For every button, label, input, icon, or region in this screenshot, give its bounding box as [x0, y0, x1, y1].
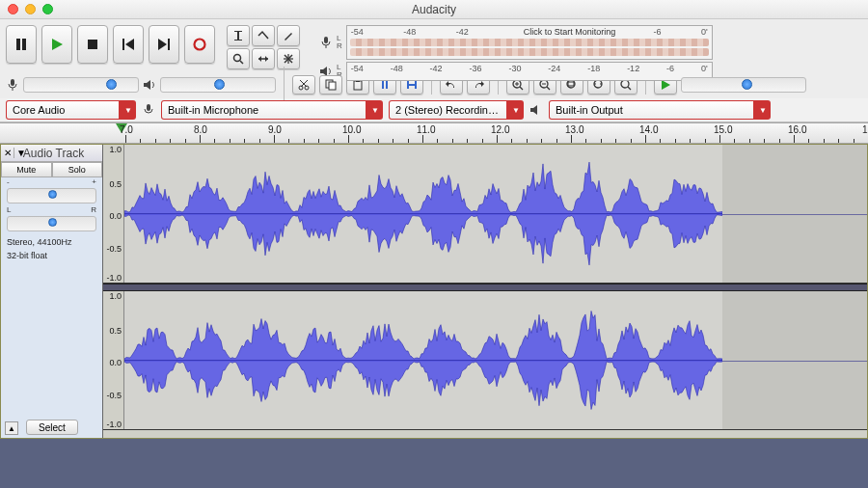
track-info-line2: 32-bit float — [1, 247, 102, 264]
svg-rect-33 — [354, 81, 362, 90]
play-button[interactable] — [41, 25, 72, 64]
ruler-label: 13.0 — [565, 124, 583, 135]
svg-marker-7 — [158, 39, 167, 50]
svg-rect-0 — [16, 39, 20, 50]
svg-rect-9 — [237, 31, 239, 41]
pause-button[interactable] — [6, 25, 37, 64]
record-button[interactable] — [184, 25, 215, 64]
mic-icon — [319, 36, 333, 49]
gain-slider[interactable] — [7, 188, 96, 203]
ruler-label: 16.0 — [788, 124, 806, 135]
svg-marker-54 — [662, 80, 670, 90]
audio-host-combo[interactable]: Core Audio — [6, 100, 136, 120]
svg-marker-5 — [125, 39, 134, 50]
svg-rect-4 — [122, 39, 124, 50]
svg-line-45 — [547, 87, 550, 90]
ruler-label: 9.0 — [268, 124, 282, 135]
svg-rect-11 — [234, 40, 242, 41]
svg-rect-24 — [11, 79, 14, 86]
window-title: Audacity — [0, 3, 868, 16]
audio-host-value: Core Audio — [13, 104, 65, 116]
copy-button[interactable] — [319, 75, 342, 95]
svg-rect-35 — [382, 81, 384, 89]
toolbar-row-1: LR -54-48-42-18-12-60' Click to Start Mo… — [0, 19, 868, 71]
channel-right[interactable]: 1.0 0.5 0.0 -0.5 -1.0 — [103, 291, 867, 430]
empty-region — [722, 145, 867, 283]
cut-button[interactable] — [292, 75, 315, 95]
recording-meter[interactable]: -54-48-42-18-12-60' Click to Start Monit… — [346, 25, 713, 60]
skip-start-button[interactable] — [113, 25, 144, 64]
svg-marker-15 — [258, 56, 261, 62]
svg-rect-36 — [386, 81, 388, 89]
selection-tool[interactable] — [227, 25, 250, 46]
envelope-tool[interactable] — [252, 25, 275, 46]
tools-grid — [227, 25, 300, 69]
svg-line-13 — [240, 61, 243, 64]
recording-channels-combo[interactable]: 2 (Stereo) Recordin… — [389, 100, 524, 120]
select-track-button[interactable]: Select — [26, 420, 78, 435]
speaker-icon — [143, 78, 156, 92]
waveform-left — [124, 145, 722, 283]
channels-value: 2 (Stereo) Recordin… — [395, 104, 499, 116]
timeshift-tool[interactable] — [252, 48, 275, 69]
svg-point-52 — [621, 80, 629, 88]
svg-rect-21 — [324, 37, 328, 43]
gain-min: - — [7, 177, 10, 186]
gain-max: + — [92, 177, 96, 186]
track-header: ✕ Audio Track ▼ — [1, 145, 102, 162]
mic-icon — [142, 103, 155, 117]
svg-line-53 — [628, 87, 631, 90]
ruler-label: 8.0 — [194, 124, 207, 135]
mute-button[interactable]: Mute — [1, 162, 52, 177]
ruler-label: 11.0 — [417, 124, 435, 135]
draw-tool[interactable] — [277, 25, 300, 46]
recording-device-combo[interactable]: Built-in Microphone — [161, 100, 383, 120]
y-axis: 1.0 0.5 0.0 -0.5 -1.0 — [103, 291, 124, 429]
svg-rect-48 — [568, 82, 574, 86]
multi-tool[interactable] — [277, 48, 300, 69]
pan-slider[interactable] — [7, 216, 96, 231]
playback-device-value: Built-in Output — [556, 104, 623, 116]
timeline-ruler[interactable]: 7.08.09.010.011.012.013.014.015.016.017.… — [0, 122, 868, 144]
zoom-tool[interactable] — [227, 48, 250, 69]
device-toolbar: Core Audio Built-in Microphone 2 (Stereo… — [0, 98, 868, 122]
ruler-label: 14.0 — [639, 124, 658, 135]
play-volume-slider[interactable] — [160, 77, 276, 93]
svg-rect-37 — [408, 84, 416, 86]
ruler-label: 15.0 — [714, 124, 732, 135]
svg-rect-38 — [407, 81, 409, 89]
collapse-button[interactable]: ▲ — [5, 421, 18, 435]
rec-meter-hint[interactable]: Click to Start Monitoring — [521, 27, 619, 37]
playback-meter[interactable]: -54-48-42-36-30-24-18-12-60' — [346, 62, 713, 81]
svg-marker-2 — [52, 39, 63, 50]
svg-rect-3 — [88, 40, 97, 49]
empty-region — [722, 291, 867, 429]
svg-rect-55 — [147, 104, 150, 111]
titlebar: Audacity — [0, 0, 868, 19]
svg-point-8 — [195, 40, 205, 50]
toolbar: LR -54-48-42-18-12-60' Click to Start Mo… — [0, 19, 868, 122]
svg-rect-6 — [168, 39, 170, 50]
svg-rect-32 — [329, 82, 336, 90]
svg-marker-16 — [265, 56, 268, 62]
track-name[interactable]: Audio Track — [1, 147, 102, 160]
pan-l: L — [7, 205, 11, 214]
waveform-area[interactable]: 1.0 0.5 0.0 -0.5 -1.0 1.0 0.5 0.0 -0.5 -… — [103, 145, 867, 438]
channel-left[interactable]: 1.0 0.5 0.0 -0.5 -1.0 — [103, 145, 867, 284]
skip-end-button[interactable] — [149, 25, 179, 64]
rec-volume-slider[interactable] — [23, 77, 139, 93]
tracks-area: ✕ Audio Track ▼ Mute Solo -+ LR Stereo, … — [0, 144, 868, 439]
svg-line-41 — [520, 87, 523, 90]
playback-device-combo[interactable]: Built-in Output — [549, 100, 771, 120]
channel-divider[interactable] — [103, 284, 867, 291]
solo-button[interactable]: Solo — [52, 162, 103, 177]
pan-r: R — [91, 205, 96, 214]
stop-button[interactable] — [77, 25, 108, 64]
track-control-panel: ✕ Audio Track ▼ Mute Solo -+ LR Stereo, … — [1, 145, 103, 438]
recording-device-value: Built-in Microphone — [168, 104, 258, 116]
svg-marker-56 — [530, 105, 537, 115]
meter-lr-label: LR — [337, 35, 342, 50]
playback-speed-slider[interactable] — [681, 77, 806, 93]
ruler-label: 10.0 — [342, 124, 361, 135]
waveform-right — [124, 291, 722, 429]
